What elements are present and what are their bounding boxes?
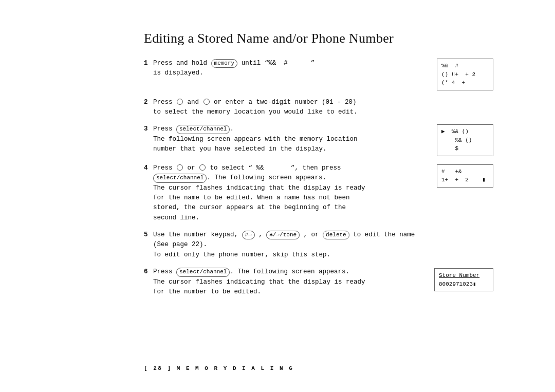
- step-1-content: Press and hold memory until “%& # ” is d…: [153, 59, 493, 90]
- page-title: Editing a Stored Name and/or Phone Numbe…: [144, 31, 493, 46]
- star-tone-button[interactable]: ✱/→/tone: [266, 231, 300, 239]
- step-number-5: 5: [144, 230, 153, 240]
- step-3: 3 Press select/channel. The following sc…: [144, 124, 493, 156]
- circle-button-left: [177, 99, 183, 105]
- step-5: 5 Use the number keypad, #→ , ✱/→/tone ,…: [144, 230, 493, 260]
- step-1-inner: Press and hold memory until “%& # ” is d…: [153, 59, 493, 90]
- circle-btn-4b: [199, 164, 206, 171]
- memory-button[interactable]: memory: [211, 59, 238, 68]
- step-1-text: Press and hold memory until “%& # ” is d…: [153, 59, 431, 79]
- step-5-text-pre: Use the number keypad,: [153, 231, 242, 238]
- step-3-content: Press select/channel. The following scre…: [153, 124, 493, 156]
- step-2-text-press: Press: [153, 99, 176, 106]
- step-3-inner: Press select/channel. The following scre…: [153, 124, 493, 156]
- circle-btn-4a: [177, 164, 183, 171]
- lcd-display-3: ▶ %& () %& () $: [437, 124, 493, 156]
- step-number-3: 3: [144, 124, 153, 134]
- step-4-inner: Press or to select “ %& ”, then presssel…: [153, 163, 493, 223]
- hash-arrow-button[interactable]: #→: [242, 231, 255, 239]
- content-area: Editing a Stored Name and/or Phone Numbe…: [144, 31, 493, 304]
- select-channel-button-4[interactable]: select/channel: [153, 174, 207, 182]
- step-6-pre: Press: [153, 268, 176, 275]
- step-4: 4 Press or to select “ %& ”, then presss…: [144, 163, 493, 223]
- step-1: 1 Press and hold memory until “%& # ” is…: [144, 59, 493, 90]
- step-6: 6 Press select/channel. The following sc…: [144, 267, 493, 297]
- step-6-text: Press select/channel. The following scre…: [153, 267, 428, 297]
- step-3-text: Press select/channel. The following scre…: [153, 124, 431, 154]
- step-4-line1-pre: Press: [153, 164, 176, 172]
- step-number-2: 2: [144, 98, 153, 107]
- step-5-content: Use the number keypad, #→ , ✱/→/tone , o…: [153, 230, 493, 260]
- step-number-4: 4: [144, 163, 153, 173]
- step-3-dot: .: [230, 125, 234, 133]
- step-2-text-and: and: [183, 99, 203, 106]
- lcd-6-line1: Store Number: [439, 272, 479, 278]
- step-2-content: Press and or enter a two-digit number (0…: [153, 98, 493, 118]
- step-3-pre: Press: [153, 125, 176, 133]
- step-4-text: Press or to select “ %& ”, then presssel…: [153, 163, 431, 223]
- step-1-text-pre: Press and hold: [153, 60, 211, 67]
- footer: [ 28 ] M E M O R Y D I A L I N G: [144, 365, 293, 371]
- step-1-line2: is displayed.: [153, 69, 203, 77]
- step-1-text-post: until “%& # ”: [237, 60, 314, 67]
- select-channel-button-6[interactable]: select/channel: [176, 268, 230, 276]
- step-5-sep1: ,: [255, 231, 267, 238]
- step-6-content: Press select/channel. The following scre…: [153, 267, 493, 297]
- step-4-select: to select “ %& ”, then press: [206, 164, 341, 172]
- step-4-content: Press or to select “ %& ”, then presssel…: [153, 163, 493, 223]
- step-3-line2: The following screen appears with the me…: [153, 136, 358, 153]
- step-6-inner: Press select/channel. The following scre…: [153, 267, 493, 297]
- steps-container: 1 Press and hold memory until “%& # ” is…: [144, 59, 493, 297]
- step-number-6: 6: [144, 267, 153, 277]
- select-channel-button-3[interactable]: select/channel: [176, 125, 230, 134]
- lcd-display-1: %& #() ‼+ + 2(* 4 +: [437, 59, 493, 90]
- lcd-display-4: # +&1+ + 2 ▮: [437, 164, 493, 188]
- circle-button-right: [203, 99, 210, 105]
- step-5-sep2: , or: [300, 231, 323, 238]
- delete-button[interactable]: delete: [323, 231, 349, 239]
- step-number-1: 1: [144, 59, 153, 68]
- page: Editing a Stored Name and/or Phone Numbe…: [0, 0, 555, 392]
- step-4-or: or: [183, 164, 199, 172]
- step-2: 2 Press and or enter a two-digit number …: [144, 98, 493, 118]
- lcd-display-6: Store Number8002971023▮: [434, 268, 493, 291]
